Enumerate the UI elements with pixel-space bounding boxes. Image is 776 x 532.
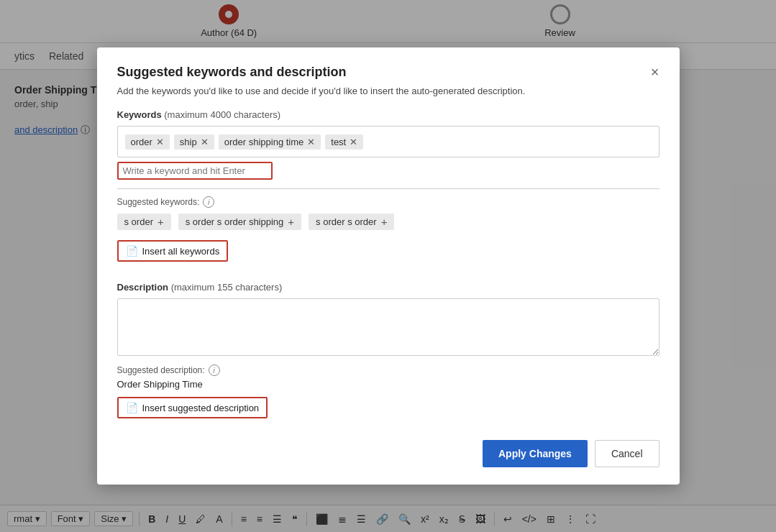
- suggested-tag-s-order-s-order: s order s order +: [309, 214, 394, 230]
- keyword-tag-order: order ✕: [125, 134, 170, 150]
- modal-dialog: Suggested keywords and description × Add…: [97, 47, 680, 485]
- insert-all-keywords-button[interactable]: 📄 Insert all keywords: [117, 240, 229, 262]
- insert-desc-icon: 📄: [126, 402, 138, 413]
- modal-close-button[interactable]: ×: [651, 65, 659, 79]
- divider-1: [117, 188, 659, 189]
- cancel-button[interactable]: Cancel: [595, 440, 659, 467]
- modal-footer: Apply Changes Cancel: [117, 440, 659, 467]
- remove-keyword-order-shipping-time[interactable]: ✕: [307, 137, 315, 147]
- suggested-keywords-list: s order + s order s order shipping + s o…: [117, 214, 659, 230]
- suggested-keywords-info-icon[interactable]: i: [203, 196, 214, 208]
- suggested-description-info-icon[interactable]: i: [209, 364, 220, 376]
- suggested-description-text: Order Shipping Time: [117, 379, 659, 390]
- keywords-box: order ✕ ship ✕ order shipping time ✕ tes…: [117, 126, 659, 157]
- keyword-tag-ship: ship ✕: [174, 134, 214, 150]
- keyword-input-wrapper[interactable]: [117, 162, 273, 180]
- keyword-tag-test: test ✕: [325, 134, 363, 150]
- description-textarea[interactable]: [117, 298, 659, 356]
- remove-keyword-ship[interactable]: ✕: [201, 137, 209, 147]
- add-suggested-s-order-s-order[interactable]: +: [381, 216, 388, 227]
- add-suggested-s-order-shipping[interactable]: +: [288, 216, 294, 227]
- remove-keyword-test[interactable]: ✕: [350, 137, 357, 147]
- suggested-tag-s-order-shipping: s order s order shipping +: [178, 214, 301, 230]
- description-section-label: Description (maximum 155 characters): [117, 282, 659, 293]
- modal-title: Suggested keywords and description: [117, 65, 347, 80]
- keyword-input[interactable]: [123, 165, 267, 176]
- modal-header: Suggested keywords and description ×: [117, 65, 659, 80]
- apply-changes-button[interactable]: Apply Changes: [483, 440, 588, 467]
- modal-subtitle: Add the keywords you'd like to use and d…: [117, 86, 659, 96]
- keywords-section-label: Keywords (maximum 4000 characters): [117, 109, 659, 120]
- suggested-keywords-label: Suggested keywords: i: [117, 196, 659, 208]
- add-suggested-s-order[interactable]: +: [158, 216, 164, 227]
- modal-overlay: Suggested keywords and description × Add…: [0, 0, 776, 532]
- remove-keyword-order[interactable]: ✕: [156, 137, 164, 147]
- insert-suggested-description-button[interactable]: 📄 Insert suggested description: [117, 397, 268, 418]
- insert-all-keywords-icon: 📄: [126, 245, 138, 257]
- suggested-description-label: Suggested description: i: [117, 364, 659, 376]
- suggested-tag-s-order: s order +: [117, 214, 171, 230]
- keyword-tag-order-shipping-time: order shipping time ✕: [219, 134, 321, 150]
